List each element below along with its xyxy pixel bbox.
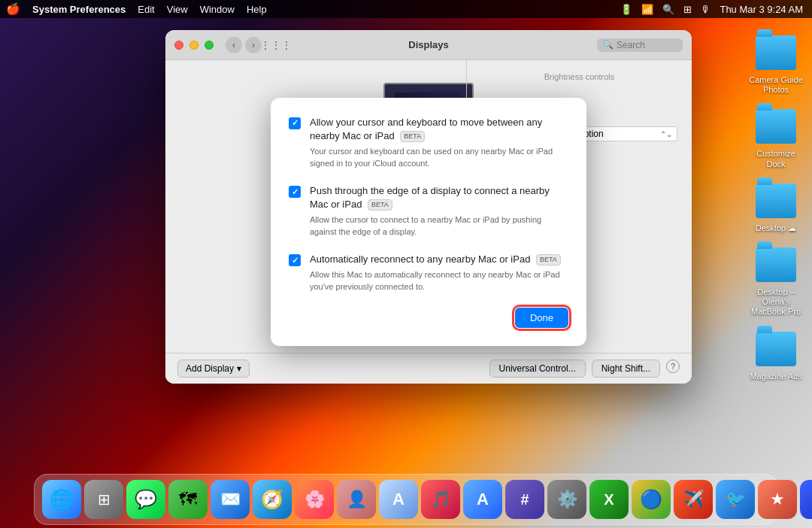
dock-icon-tweetbot[interactable]: 🐦 xyxy=(716,480,755,519)
dock-icon-mail[interactable]: ✉️ xyxy=(211,480,250,519)
dock-icon-sysprefs[interactable]: ⚙️ xyxy=(547,480,586,519)
maximize-button[interactable] xyxy=(205,41,214,50)
desktop-icon-camera-label: Camera Guide Photos xyxy=(749,75,803,95)
dock-icon-slack[interactable]: # xyxy=(505,480,544,519)
minimize-button[interactable] xyxy=(189,41,198,50)
dialog-overlay: Allow your cursor and keyboard to move b… xyxy=(165,60,692,384)
dock-icon-reeder[interactable]: ★ xyxy=(758,480,797,519)
menu-help[interactable]: Help xyxy=(247,4,267,15)
dock-icon-appstore2[interactable]: A xyxy=(463,480,502,519)
search-icon: 🔍 xyxy=(603,40,614,50)
dialog-item-3-desc: Allow this Mac to automatically reconnec… xyxy=(310,269,568,293)
dialog-item-1-title: Allow your cursor and keyboard to move b… xyxy=(310,116,568,143)
checkbox-2[interactable] xyxy=(289,186,301,198)
desktop-icon-desktop-olena[interactable]: Desktop – Olena'sMacBook Pro xyxy=(746,242,806,320)
window-title: Displays xyxy=(408,39,448,50)
desktop-icon-customize-label: Customize Dock xyxy=(749,149,803,168)
forward-button[interactable]: › xyxy=(245,37,262,53)
desktop-icon-customize[interactable]: Customize Dock xyxy=(746,104,806,171)
app-name[interactable]: System Preferences xyxy=(32,4,126,15)
desktop-icon-camera[interactable]: Camera Guide Photos xyxy=(746,30,806,98)
desktop-icon-magazine-label: Magazine Ads xyxy=(750,372,801,381)
dialog-item-2-desc: Allow the cursor to connect to a nearby … xyxy=(310,214,568,238)
datetime: Thu Mar 3 9:24 AM xyxy=(720,4,803,15)
dock-icon-appstore[interactable]: A xyxy=(379,480,418,519)
beta-badge-1: BETA xyxy=(400,131,425,142)
dock-icon-airmail[interactable]: ✈️ xyxy=(674,480,713,519)
dialog-item-2-title: Push through the edge of a display to co… xyxy=(310,184,568,211)
checkbox-3[interactable] xyxy=(289,254,301,266)
desktop-icons: Camera Guide Photos Customize Dock Deskt… xyxy=(746,30,806,384)
window-content: Olena's M Built-in Liquid R Brightness c… xyxy=(165,60,692,384)
desktop-icon-desktop[interactable]: Desktop ☁ xyxy=(746,178,806,236)
checkbox-1[interactable] xyxy=(289,117,301,129)
menubar: 🍎 System Preferences Edit View Window He… xyxy=(0,0,812,18)
dialog-item-2: Push through the edge of a display to co… xyxy=(289,184,568,238)
menu-window[interactable]: Window xyxy=(200,4,235,15)
dock-icon-maps[interactable]: 🗺 xyxy=(168,480,208,519)
menu-view[interactable]: View xyxy=(167,4,188,15)
close-button[interactable] xyxy=(174,41,183,50)
search-icon[interactable]: 🔍 xyxy=(662,4,674,15)
dialog-item-3-title: Automatically reconnect to any nearby Ma… xyxy=(310,253,568,266)
siri-icon[interactable]: 🎙 xyxy=(701,4,710,15)
dialog-item-1: Allow your cursor and keyboard to move b… xyxy=(289,116,568,169)
universal-control-dialog: Allow your cursor and keyboard to move b… xyxy=(271,98,586,346)
dock-icon-music[interactable]: 🎵 xyxy=(421,480,460,519)
desktop-icon-desktop-label: Desktop ☁ xyxy=(756,223,796,233)
dock-icon-launchpad[interactable]: ⊞ xyxy=(84,480,123,519)
traffic-lights xyxy=(174,41,214,50)
system-preferences-window: ‹ › ⋮⋮⋮ Displays 🔍 Olena's M Built-in L xyxy=(165,30,692,384)
apple-menu[interactable]: 🍎 xyxy=(6,2,20,16)
grid-view-button[interactable]: ⋮⋮⋮ xyxy=(268,37,284,53)
dock-icon-finder[interactable]: 🌐 xyxy=(42,480,81,519)
dock: 🌐 ⊞ 💬 🗺 ✉️ 🧭 🌸 👤 A 🎵 A # ⚙️ X 🔵 ✈️ xyxy=(34,474,778,525)
back-button[interactable]: ‹ xyxy=(226,37,242,53)
dialog-item-3: Automatically reconnect to any nearby Ma… xyxy=(289,253,568,293)
done-button[interactable]: Done xyxy=(515,308,568,328)
beta-badge-2: BETA xyxy=(368,199,392,211)
battery-icon[interactable]: 🔋 xyxy=(620,4,632,15)
dock-icon-photos[interactable]: 🌸 xyxy=(295,480,334,519)
control-center-icon[interactable]: ⊞ xyxy=(683,4,692,15)
desktop-icon-magazine[interactable]: Magazine Ads xyxy=(746,326,806,384)
search-bar[interactable]: 🔍 xyxy=(597,38,683,52)
dock-icon-safari[interactable]: 🧭 xyxy=(253,480,292,519)
beta-badge-3: BETA xyxy=(536,254,561,266)
menu-edit[interactable]: Edit xyxy=(138,4,154,15)
window-titlebar: ‹ › ⋮⋮⋮ Displays 🔍 xyxy=(165,30,692,60)
dock-icon-chrome[interactable]: 🔵 xyxy=(632,480,671,519)
search-input[interactable] xyxy=(617,40,677,50)
dialog-item-1-desc: Your cursor and keyboard can be used on … xyxy=(310,146,568,169)
desktop-icon-olena-label: Desktop – Olena'sMacBook Pro xyxy=(749,287,803,317)
dock-icon-excel[interactable]: X xyxy=(589,480,629,519)
dock-icon-messages[interactable]: 💬 xyxy=(126,480,165,519)
dialog-footer: Done xyxy=(289,308,568,328)
dock-icon-word[interactable]: W xyxy=(800,480,812,519)
wifi-icon[interactable]: 📶 xyxy=(641,4,653,15)
dock-icon-contacts[interactable]: 👤 xyxy=(337,480,376,519)
